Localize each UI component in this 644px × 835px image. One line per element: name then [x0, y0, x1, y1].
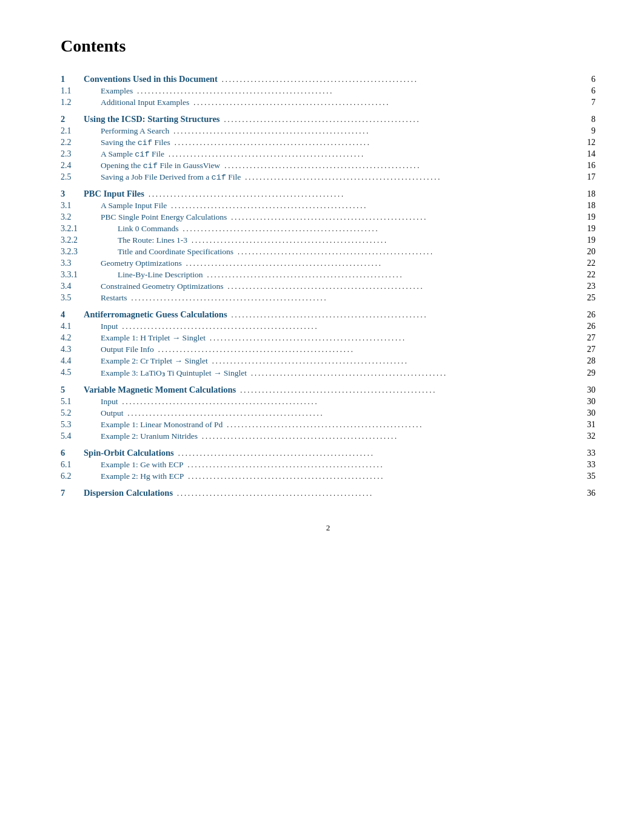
toc-label[interactable]: Example 1: Ge with ECP . . . . . . . . .… — [84, 459, 595, 470]
toc-label[interactable]: Conventions Used in this Document . . . … — [84, 73, 595, 85]
toc-label[interactable]: Antiferromagnetic Guess Calculations . .… — [84, 308, 595, 320]
toc-num: 3.2.3 — [61, 246, 84, 257]
toc-page: 18 — [579, 189, 595, 199]
toc-num: 3.4 — [61, 280, 84, 292]
toc-num: 3 — [61, 188, 84, 200]
toc-dots: . . . . . . . . . . . . . . . . . . . . … — [170, 138, 579, 147]
toc-dots: . . . . . . . . . . . . . . . . . . . . … — [223, 421, 579, 430]
toc-page: 17 — [579, 172, 595, 182]
toc-page: 27 — [579, 333, 595, 343]
toc-page: 30 — [579, 385, 595, 395]
toc-label[interactable]: Restarts . . . . . . . . . . . . . . . .… — [84, 292, 595, 303]
toc-dots: . . . . . . . . . . . . . . . . . . . . … — [236, 386, 579, 395]
toc-page: 33 — [579, 460, 595, 470]
toc-dots: . . . . . . . . . . . . . . . . . . . . … — [218, 75, 579, 84]
toc-num: 2 — [61, 113, 84, 125]
toc-label[interactable]: Example 1: H Triplet → Singlet . . . . .… — [84, 332, 595, 343]
toc-dots: . . . . . . . . . . . . . . . . . . . . … — [227, 311, 579, 320]
toc-dots: . . . . . . . . . . . . . . . . . . . . … — [154, 345, 579, 354]
toc-page: 19 — [579, 212, 595, 222]
toc-dots: . . . . . . . . . . . . . . . . . . . . … — [187, 236, 579, 245]
toc-label[interactable]: Using the ICSD: Starting Structures . . … — [84, 113, 595, 125]
toc-num: 3.1 — [61, 200, 84, 211]
toc-label[interactable]: Output . . . . . . . . . . . . . . . . .… — [84, 407, 595, 419]
toc-num: 7 — [61, 487, 84, 499]
toc-label[interactable]: Example 3: LaTiO₃ Ti Quintuplet → Single… — [84, 367, 595, 379]
toc-dots: . . . . . . . . . . . . . . . . . . . . … — [223, 282, 579, 291]
toc-dots: . . . . . . . . . . . . . . . . . . . . … — [167, 201, 579, 211]
toc-label[interactable]: Additional Input Examples . . . . . . . … — [84, 96, 595, 108]
toc-dots: . . . . . . . . . . . . . . . . . . . . … — [227, 213, 579, 222]
toc-page: 25 — [579, 293, 595, 303]
toc-page: 29 — [579, 368, 595, 378]
toc-label[interactable]: Example 2: Hg with ECP . . . . . . . . .… — [84, 470, 595, 482]
toc-page: 14 — [579, 149, 595, 159]
toc-page: 30 — [579, 408, 595, 418]
toc-page: 26 — [579, 310, 595, 320]
toc-num: 4.5 — [61, 367, 84, 379]
toc-label[interactable]: Title and Coordinate Specifications . . … — [84, 246, 595, 257]
toc-page: 6 — [579, 75, 595, 84]
toc-label[interactable]: The Route: Lines 1-3 . . . . . . . . . .… — [84, 234, 595, 246]
toc-label[interactable]: Line-By-Line Description . . . . . . . .… — [84, 269, 595, 280]
toc-label[interactable]: Saving the cif Files . . . . . . . . . .… — [84, 137, 595, 148]
toc-page: 30 — [579, 397, 595, 407]
toc-page: 32 — [579, 431, 595, 441]
toc-page: 22 — [579, 270, 595, 280]
toc-label[interactable]: Example 2: Uranium Nitrides . . . . . . … — [84, 430, 595, 442]
toc-dots: . . . . . . . . . . . . . . . . . . . . … — [189, 98, 579, 107]
toc-num: 2.1 — [61, 125, 84, 137]
toc-label[interactable]: Example 1: Linear Monostrand of Pd . . .… — [84, 419, 595, 430]
toc-label[interactable]: Link 0 Commands . . . . . . . . . . . . … — [84, 223, 595, 234]
toc-label[interactable]: Saving a Job File Derived from a cif Fil… — [84, 171, 595, 183]
toc-num: 6.1 — [61, 459, 84, 470]
toc-label[interactable]: Performing A Search . . . . . . . . . . … — [84, 125, 595, 137]
toc-dots: . . . . . . . . . . . . . . . . . . . . … — [182, 259, 579, 268]
toc-label[interactable]: Spin-Orbit Calculations . . . . . . . . … — [84, 447, 595, 459]
toc-num: 1 — [61, 73, 84, 85]
toc-label[interactable]: Variable Magnetic Moment Calculations . … — [84, 384, 595, 396]
toc-page: 31 — [579, 420, 595, 430]
toc-label[interactable]: A Sample cif File . . . . . . . . . . . … — [84, 148, 595, 160]
toc-num: 2.2 — [61, 137, 84, 148]
toc-label[interactable]: Geometry Optimizations . . . . . . . . .… — [84, 257, 595, 269]
toc-page: 23 — [579, 282, 595, 291]
toc-num: 4.2 — [61, 332, 84, 343]
toc-num: 5.3 — [61, 419, 84, 430]
toc-page: 20 — [579, 247, 595, 257]
toc-dots: . . . . . . . . . . . . . . . . . . . . … — [208, 357, 579, 366]
toc-label[interactable]: Example 2: Cr Triplet → Singlet . . . . … — [84, 355, 595, 367]
toc-page: 6 — [579, 86, 595, 96]
toc-label[interactable]: Examples . . . . . . . . . . . . . . . .… — [84, 85, 595, 96]
toc-dots: . . . . . . . . . . . . . . . . . . . . … — [174, 449, 579, 458]
toc-num: 5.4 — [61, 430, 84, 442]
toc-num: 3.2 — [61, 211, 84, 223]
toc-label[interactable]: Input . . . . . . . . . . . . . . . . . … — [84, 396, 595, 407]
toc-page: 18 — [579, 201, 595, 211]
toc-page: 19 — [579, 235, 595, 245]
toc-num: 3.3 — [61, 257, 84, 269]
toc-dots: . . . . . . . . . . . . . . . . . . . . … — [164, 150, 579, 159]
toc-page: 8 — [579, 115, 595, 124]
toc-page: 36 — [579, 488, 595, 498]
toc-dots: . . . . . . . . . . . . . . . . . . . . … — [247, 369, 579, 378]
toc-num: 3.2.1 — [61, 223, 84, 234]
toc-label[interactable]: PBC Single Point Energy Calculations . .… — [84, 211, 595, 223]
toc-label[interactable]: PBC Input Files . . . . . . . . . . . . … — [84, 188, 595, 200]
toc-page: 26 — [579, 322, 595, 331]
toc-dots: . . . . . . . . . . . . . . . . . . . . … — [220, 161, 579, 171]
toc-page: 16 — [579, 161, 595, 171]
toc-label[interactable]: A Sample Input File . . . . . . . . . . … — [84, 200, 595, 211]
toc-page: 19 — [579, 224, 595, 234]
toc-label[interactable]: Output File Info . . . . . . . . . . . .… — [84, 343, 595, 355]
toc-label[interactable]: Dispersion Calculations . . . . . . . . … — [84, 487, 595, 499]
toc-page: 7 — [579, 98, 595, 107]
toc-dots: . . . . . . . . . . . . . . . . . . . . … — [179, 225, 579, 234]
toc-dots: . . . . . . . . . . . . . . . . . . . . … — [233, 248, 579, 257]
toc-label[interactable]: Opening the cif File in GaussView . . . … — [84, 160, 595, 171]
toc-label[interactable]: Input . . . . . . . . . . . . . . . . . … — [84, 320, 595, 332]
toc-label[interactable]: Constrained Geometry Optimizations . . .… — [84, 280, 595, 292]
page-title: Contents — [61, 36, 595, 56]
toc-dots: . . . . . . . . . . . . . . . . . . . . … — [127, 294, 579, 303]
toc-dots: . . . . . . . . . . . . . . . . . . . . … — [133, 87, 579, 96]
